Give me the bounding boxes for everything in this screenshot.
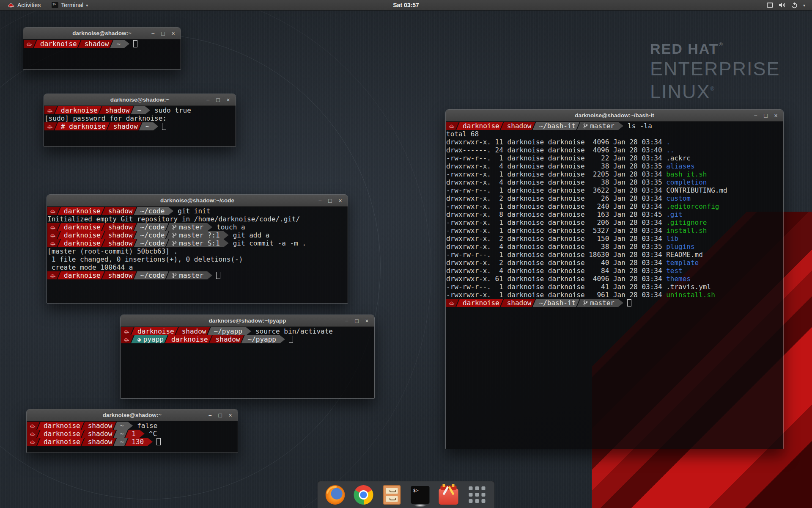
terminal-content[interactable]: darknoiseshadow~/pyappsource bin/activat… — [121, 327, 374, 398]
maximize-button[interactable]: □ — [326, 195, 335, 207]
redhat-icon — [30, 424, 36, 428]
prompt-segment-host: shadow — [501, 122, 535, 130]
minimize-button[interactable]: − — [148, 28, 157, 39]
maximize-button[interactable]: □ — [214, 94, 222, 106]
chrome-icon[interactable] — [353, 484, 374, 505]
desktop: RED HAT® ENTERPRISE LINUX® Activities $>… — [0, 0, 812, 508]
prompt-line: # darknoiseshadow~ — [44, 122, 236, 130]
prompt-segment-user: darknoise — [58, 207, 104, 215]
prompt-line: darknoiseshadow~/codegit init — [47, 207, 348, 215]
activities-button[interactable]: Activities — [3, 0, 45, 11]
close-button[interactable]: × — [169, 28, 178, 39]
caret-down-icon: ▾ — [86, 3, 88, 8]
close-button[interactable]: × — [224, 94, 233, 106]
toolbox-icon[interactable] — [438, 484, 459, 505]
display-icon — [767, 3, 773, 8]
redhat-icon — [449, 301, 455, 305]
redhat-icon — [47, 124, 53, 129]
close-button[interactable]: × — [771, 110, 780, 121]
prompt-line: darknoiseshadow~/pyappsource bin/activat… — [121, 327, 374, 335]
redhat-icon — [50, 225, 56, 229]
terminal-window-code[interactable]: darknoise@shadow:~/code −□× darknoisesha… — [47, 194, 348, 304]
prompt-segment-host: shadow — [209, 335, 244, 343]
terminal-icon[interactable]: $> — [410, 484, 431, 505]
close-button[interactable]: × — [226, 409, 235, 421]
file-name: lib — [666, 235, 678, 243]
title-bar[interactable]: darknoise@shadow:~ −□× — [44, 94, 236, 106]
file-listing-row: drwxrwxr-x. 2 darknoise darknoise 40 Jan… — [446, 259, 783, 267]
app-grid-icon[interactable] — [466, 484, 488, 505]
file-name: .gitignore — [666, 218, 707, 226]
system-status-area[interactable]: ▾ — [767, 0, 812, 11]
prompt-segment-exit: 1 — [125, 430, 145, 438]
git-branch-icon — [583, 300, 588, 306]
file-name: plugins — [666, 243, 694, 251]
git-branch-icon — [172, 224, 177, 230]
firefox-icon[interactable] — [325, 484, 346, 505]
minimize-button[interactable]: − — [315, 195, 324, 207]
title-bar[interactable]: darknoise@shadow:~/pyapp −□× — [121, 315, 374, 327]
prompt-segment-git: master ?:1 — [166, 231, 228, 239]
terminal-cursor — [156, 438, 161, 445]
terminal-window-sudo[interactable]: darknoise@shadow:~ −□× darknoiseshadow~s… — [44, 94, 236, 147]
prompt-segment-path: ~/code — [134, 239, 169, 247]
prompt-line: darknoiseshadow~false — [27, 422, 238, 430]
file-listing-row: -rwxrwxr-x. 1 darknoise darknoise 206 Ja… — [446, 218, 783, 226]
minimize-button[interactable]: − — [203, 94, 212, 106]
prompt-line: darknoiseshadow~/codemaster — [47, 271, 348, 279]
prompt-line: darknoiseshadow~1^C — [27, 430, 238, 438]
title-bar[interactable]: darknoise@shadow:~/bash-it −□× — [446, 110, 783, 121]
file-name: .editorconfig — [666, 202, 719, 210]
terminal-window-bash-it[interactable]: darknoise@shadow:~/bash-it −□× darknoise… — [445, 109, 784, 449]
terminal-cursor — [133, 40, 137, 47]
prompt-segment-user: darknoise — [456, 122, 503, 130]
redhat-icon — [449, 124, 455, 128]
prompt-segment-path: ~/bash-it — [533, 122, 580, 130]
terminal-window-home-1[interactable]: darknoise@shadow:~ −□× darknoiseshadow~ — [23, 27, 181, 70]
terminal-output-line: [master (root-commit) 50bcb63] . — [47, 247, 348, 255]
maximize-button[interactable]: □ — [761, 110, 770, 121]
file-name: uninstall.sh — [666, 291, 715, 299]
terminal-content[interactable]: darknoiseshadow~/codegit initInitialized… — [47, 207, 348, 303]
title-bar[interactable]: darknoise@shadow:~ −□× — [23, 28, 181, 39]
terminal-cursor — [162, 123, 166, 130]
command-text: false — [133, 422, 157, 430]
minimize-button[interactable]: − — [206, 409, 214, 421]
file-name: completion — [666, 178, 707, 186]
terminal-content[interactable]: darknoiseshadow~sudo true[sudo] password… — [44, 106, 236, 146]
terminal-content[interactable]: darknoiseshadow~/bash-itmasterls -latota… — [446, 121, 783, 449]
title-bar[interactable]: darknoise@shadow:~/code −□× — [47, 195, 348, 207]
minimize-button[interactable]: − — [751, 110, 760, 121]
file-listing-row: drwxrwxr-x. 61 darknoise darknoise 4096 … — [446, 275, 783, 283]
prompt-line: darknoiseshadow~/bash-itmaster — [446, 299, 783, 307]
file-listing-row: drwxrwxr-x. 4 darknoise darknoise 38 Jan… — [446, 243, 783, 251]
file-manager-icon[interactable] — [381, 484, 403, 505]
prompt-segment-host: shadow — [102, 271, 137, 279]
terminal-content[interactable]: darknoiseshadow~ — [23, 39, 181, 69]
redhat-icon — [30, 440, 36, 444]
clock[interactable]: Sat 03:57 — [389, 0, 423, 11]
terminal-output-line: [sudo] password for darknoise: — [44, 114, 236, 122]
redhat-icon — [50, 273, 56, 278]
maximize-button[interactable]: □ — [352, 315, 361, 327]
terminal-window-pyapp[interactable]: darknoise@shadow:~/pyapp −□× darknoisesh… — [120, 315, 375, 399]
redhat-icon — [50, 209, 56, 213]
close-button[interactable]: × — [362, 315, 371, 327]
title-bar[interactable]: darknoise@shadow:~ −□× — [27, 409, 238, 421]
app-menu-terminal[interactable]: $> Terminal ▾ — [47, 0, 92, 11]
terminal-content[interactable]: darknoiseshadow~falsedarknoiseshadow~1^C… — [27, 421, 238, 453]
rhel-brand-logo: RED HAT® ENTERPRISE LINUX® — [650, 41, 780, 103]
maximize-button[interactable]: □ — [159, 28, 167, 39]
close-button[interactable]: × — [336, 195, 345, 207]
command-text: git add a — [229, 231, 270, 239]
dock: $> — [318, 481, 495, 508]
prompt-segment-git: master S:1 — [166, 239, 228, 247]
prompt-segment-host: shadow — [99, 106, 134, 114]
file-listing-row: drwxrwxr-x. 11 darknoise darknoise 4096 … — [446, 138, 783, 146]
window-title: darknoise@shadow:~/code — [160, 197, 234, 204]
maximize-button[interactable]: □ — [216, 409, 225, 421]
terminal-window-home-2[interactable]: darknoise@shadow:~ −□× darknoiseshadow~f… — [26, 409, 238, 453]
minimize-button[interactable]: − — [342, 315, 351, 327]
caret-down-icon: ▾ — [803, 3, 805, 8]
prompt-line: darknoiseshadow~130 — [27, 438, 238, 446]
